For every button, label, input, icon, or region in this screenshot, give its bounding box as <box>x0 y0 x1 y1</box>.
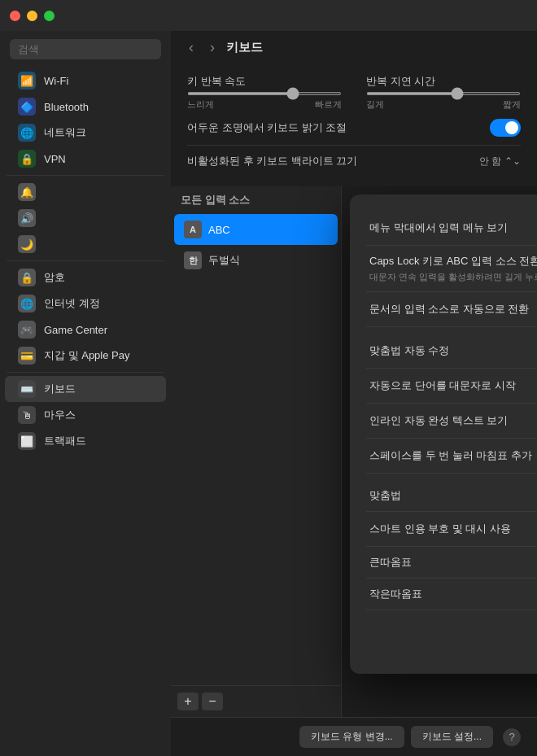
keyboard-icon: ⌨️ <box>18 380 36 398</box>
show-menu-label: 메뉴 막대에서 입력 메뉴 보기 <box>369 221 508 235</box>
sidebar-label-wifi: Wi-Fi <box>44 75 68 87</box>
key-repeat-slider[interactable] <box>187 92 342 95</box>
single-quotes-label: 작은따옴표 <box>369 587 422 601</box>
minimize-button[interactable] <box>27 11 37 21</box>
sidebar-item-focus[interactable]: 🌙 <box>5 231 166 257</box>
sidebar-item-privacy[interactable]: 🔒 암호 <box>5 264 166 291</box>
input-item-abc[interactable]: A ABC <box>174 214 338 245</box>
sidebar-item-keyboard[interactable]: ⌨️ 키보드 <box>5 376 166 402</box>
capslock-label-group: Caps Lock 키로 ABC 입력 소스 전환 대문자 연속 입력을 활성화… <box>369 254 537 283</box>
sidebar-label-wallet: 지갑 및 Apple Pay <box>44 348 130 363</box>
modal-row-smart-quotes: 스마트 인용 부호 및 대시 사용 <box>366 512 537 547</box>
smart-quotes-label: 스마트 인용 부호 및 대시 사용 <box>369 522 511 536</box>
left-sidebar: 📶 Wi-Fi 🔷 Bluetooth 🌐 네트워크 🔒 VPN 🔔 🔊 <box>0 31 171 756</box>
help-button[interactable]: ? <box>503 728 521 746</box>
sound-icon: 🔊 <box>18 209 36 227</box>
sidebar-label-keyboard: 키보드 <box>44 382 76 396</box>
search-container <box>0 31 171 68</box>
bottom-buttons: 키보드 유형 변경... 키보드 설정... ? <box>171 717 537 756</box>
internet-icon: 🌐 <box>18 295 36 312</box>
privacy-icon: 🔒 <box>18 269 36 286</box>
sidebar-item-mouse[interactable]: 🖱 마우스 <box>5 402 166 428</box>
traffic-lights <box>10 11 55 21</box>
fullscreen-button[interactable] <box>44 11 55 21</box>
sidebar-item-sound[interactable]: 🔊 <box>5 205 166 231</box>
modal-row-auto-switch: 문서의 입력 소스로 자동으로 전환 <box>366 292 537 327</box>
vpn-icon: 🔒 <box>18 150 36 168</box>
abc-label: ABC <box>208 224 230 236</box>
backlight-value: 안 함 ⌃⌄ <box>479 155 521 168</box>
search-input[interactable] <box>10 39 161 59</box>
sidebar-item-vpn[interactable]: 🔒 VPN <box>5 146 166 172</box>
forward-button[interactable]: › <box>205 37 220 58</box>
content-area: ‹ › 키보드 키 반복 속도 느리게 빠르게 <box>171 31 537 756</box>
notifications-icon: 🔔 <box>18 183 36 201</box>
sidebar-item-notifications[interactable]: 🔔 <box>5 179 166 205</box>
autocorrect-label: 맞춤법 자동 수정 <box>369 343 449 358</box>
sidebar-item-trackpad[interactable]: ⬜ 트랙패드 <box>5 428 166 454</box>
dark-adjust-label: 어두운 조명에서 키보드 밝기 조절 <box>187 120 347 135</box>
wifi-icon: 📶 <box>18 72 36 90</box>
divider-1 <box>7 175 164 176</box>
repeat-delay-slider-item: 반복 지연 시간 길게 짧게 <box>366 74 521 111</box>
double-quotes-label: 큰따옴표 <box>369 555 412 570</box>
key-repeat-slider-item: 키 반복 속도 느리게 빠르게 <box>187 74 342 111</box>
backlight-chevron-icon[interactable]: ⌃⌄ <box>504 155 521 167</box>
backlight-val-text: 안 함 <box>479 155 501 168</box>
modal-row-spell-check: 맞춤법 언어별 자동 설정 ⌃⌄ <box>366 480 537 512</box>
sliders-container: 키 반복 속도 느리게 빠르게 반복 지연 시간 길게 <box>187 74 521 111</box>
add-input-button[interactable]: + <box>177 693 199 710</box>
input-list-footer: + − <box>171 685 341 717</box>
gamecenter-icon: 🎮 <box>18 321 36 339</box>
network-icon: 🌐 <box>18 124 36 142</box>
close-button[interactable] <box>10 11 20 21</box>
capslock-sublabel: 대문자 연속 입력을 활성화하려면 길게 누르십시오. <box>369 271 537 283</box>
focus-icon: 🌙 <box>18 235 36 253</box>
dark-adjust-row: 어두운 조명에서 키보드 밝기 조절 <box>187 111 521 146</box>
bluetooth-icon: 🔷 <box>18 98 36 116</box>
sidebar-item-gamecenter[interactable]: 🎮 Game Center <box>5 317 166 343</box>
modal-row-show-menu: 메뉴 막대에서 입력 메뉴 보기 <box>366 211 537 246</box>
sidebar-label-gamecenter: Game Center <box>44 324 107 336</box>
remove-input-button[interactable]: − <box>202 693 223 710</box>
sidebar-item-wifi[interactable]: 📶 Wi-Fi <box>5 68 166 94</box>
page-title: 키보드 <box>226 40 263 55</box>
mouse-icon: 🖱 <box>18 406 36 424</box>
main-content: 키 반복 속도 느리게 빠르게 반복 지연 시간 길게 <box>171 64 537 717</box>
divider-3 <box>7 372 164 373</box>
inline-prediction-label: 인라인 자동 완성 텍스트 보기 <box>369 413 508 428</box>
sidebar-item-wallet[interactable]: 💳 지갑 및 Apple Pay <box>5 343 166 369</box>
modal-row-double-quotes: 큰따옴표 “abc” ⌃⌄ <box>366 547 537 579</box>
divider-2 <box>7 260 164 261</box>
dark-adjust-toggle[interactable] <box>490 119 521 137</box>
keyboard-settings: 키 반복 속도 느리게 빠르게 반복 지연 시간 길게 <box>171 64 537 186</box>
repeat-delay-slider[interactable] <box>366 92 521 95</box>
auto-switch-label: 문서의 입력 소스로 자동으로 전환 <box>369 302 529 317</box>
sidebar-label-bluetooth: Bluetooth <box>44 101 89 113</box>
modal-row-capslock: Caps Lock 키로 ABC 입력 소스 전환 대문자 연속 입력을 활성화… <box>366 246 537 292</box>
modal-row-single-quotes: 작은따옴표 ‘abc’ ⌃⌄ <box>366 579 537 610</box>
input-list: 모든 입력 소스 A ABC 한 두벌식 + − <box>171 186 342 717</box>
sidebar-item-bluetooth[interactable]: 🔷 Bluetooth <box>5 94 166 120</box>
sidebar-label-trackpad: 트랙패드 <box>44 434 86 448</box>
repeat-delay-labels: 길게 짧게 <box>366 98 521 111</box>
key-repeat-labels: 느리게 빠르게 <box>187 98 342 111</box>
titlebar <box>0 0 537 31</box>
backlight-row: 비활성화된 후 키보드 백라이트 끄기 안 함 ⌃⌄ <box>187 146 521 177</box>
keyboard-type-button[interactable]: 키보드 유형 변경... <box>299 726 404 748</box>
wallet-icon: 💳 <box>18 347 36 365</box>
long-label: 길게 <box>366 98 384 111</box>
sidebar-item-network[interactable]: 🌐 네트워크 <box>5 120 166 146</box>
backlight-off-label: 비활성화된 후 키보드 백라이트 끄기 <box>187 154 357 168</box>
sidebar-label-vpn: VPN <box>44 153 66 165</box>
keyboard-settings-button[interactable]: 키보드 설정... <box>411 726 493 748</box>
input-list-header: 모든 입력 소스 <box>171 186 341 214</box>
modal-row-inline-prediction: 인라인 자동 완성 텍스트 보기 <box>366 404 537 439</box>
sidebar-item-internet[interactable]: 🌐 인터넷 계정 <box>5 291 166 317</box>
input-item-dubeolsik[interactable]: 한 두벌식 <box>174 245 338 276</box>
sidebar-label-internet: 인터넷 계정 <box>44 296 100 311</box>
back-button[interactable]: ‹ <box>184 37 199 58</box>
spell-check-label: 맞춤법 <box>369 488 401 503</box>
slow-label: 느리게 <box>187 98 214 111</box>
modal-footer: 완료 <box>366 623 537 658</box>
